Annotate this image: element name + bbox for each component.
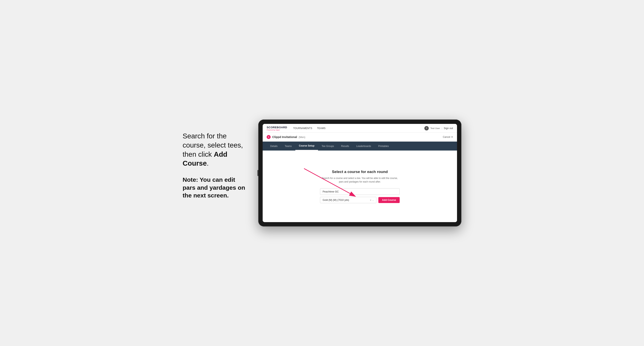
tournament-gender: (Men) xyxy=(299,136,305,139)
top-nav: SCOREBOARD Powered by clippd TOURNAMENTS… xyxy=(263,124,457,133)
add-course-button[interactable]: Add Course xyxy=(378,197,400,203)
tee-select-value: Gold (M) (M) (7010 yds) xyxy=(322,199,349,201)
annotation-main-text: Search for the course, select tees, then… xyxy=(182,132,246,168)
tab-details[interactable]: Details xyxy=(267,142,281,150)
course-search-input[interactable] xyxy=(320,188,400,195)
tablet-screen: SCOREBOARD Powered by clippd TOURNAMENTS… xyxy=(263,124,457,222)
tee-select-row: Gold (M) (M) (7010 yds) ✕ ⌄ Add Course xyxy=(320,197,400,203)
top-nav-right: T Test User | Sign out xyxy=(424,126,453,131)
user-avatar: T xyxy=(424,126,429,131)
tablet-side-button xyxy=(258,170,258,176)
main-content: Select a course for each round Search fo… xyxy=(263,151,457,222)
page-wrapper: Search for the course, select tees, then… xyxy=(182,120,462,226)
cancel-button[interactable]: Cancel ✕ xyxy=(443,136,453,138)
clippd-icon: C xyxy=(267,135,270,139)
tablet-device: SCOREBOARD Powered by clippd TOURNAMENTS… xyxy=(258,120,462,226)
cancel-label: Cancel xyxy=(443,136,450,138)
tab-tee-groups[interactable]: Tee Groups xyxy=(318,142,338,150)
logo-sub: Powered by clippd xyxy=(267,129,287,131)
course-selection-card: Select a course for each round Search fo… xyxy=(320,170,400,203)
cancel-icon: ✕ xyxy=(451,136,453,138)
tab-navigation: Details Teams Course Setup Tee Groups Re… xyxy=(263,142,457,151)
nav-link-teams[interactable]: TEAMS xyxy=(317,127,326,130)
nav-link-tournaments[interactable]: TOURNAMENTS xyxy=(293,127,312,130)
tab-results[interactable]: Results xyxy=(338,142,353,150)
tab-printables[interactable]: Printables xyxy=(374,142,392,150)
tab-leaderboards[interactable]: Leaderboards xyxy=(353,142,374,150)
tournament-header: C Clippd Invitational (Men) Cancel ✕ xyxy=(263,133,457,142)
user-label: Test User xyxy=(430,127,440,130)
annotation-note-text: Note: You can edit pars and yardages on … xyxy=(182,176,246,199)
annotation-panel: Search for the course, select tees, then… xyxy=(182,120,246,199)
chevron-down-icon[interactable]: ⌄ xyxy=(372,199,374,201)
card-title: Select a course for each round xyxy=(320,170,400,174)
tab-teams[interactable]: Teams xyxy=(281,142,295,150)
tournament-name: Clippd Invitational xyxy=(272,135,297,139)
nav-separator: | xyxy=(442,127,442,130)
card-description: Search for a course and select a tee. Yo… xyxy=(320,176,400,183)
tab-course-setup[interactable]: Course Setup xyxy=(295,142,318,151)
sign-out-link[interactable]: Sign out xyxy=(444,127,453,130)
logo-area: SCOREBOARD Powered by clippd xyxy=(267,126,287,131)
tournament-title: C Clippd Invitational (Men) xyxy=(267,135,305,139)
annotation-bold: Add Course xyxy=(182,150,228,167)
top-nav-links: TOURNAMENTS TEAMS xyxy=(293,127,424,130)
logo-text: SCOREBOARD xyxy=(267,126,287,129)
tee-select[interactable]: Gold (M) (M) (7010 yds) ✕ ⌄ xyxy=(320,197,376,203)
tee-select-controls: ✕ ⌄ xyxy=(370,199,374,201)
clear-icon[interactable]: ✕ xyxy=(370,199,372,201)
